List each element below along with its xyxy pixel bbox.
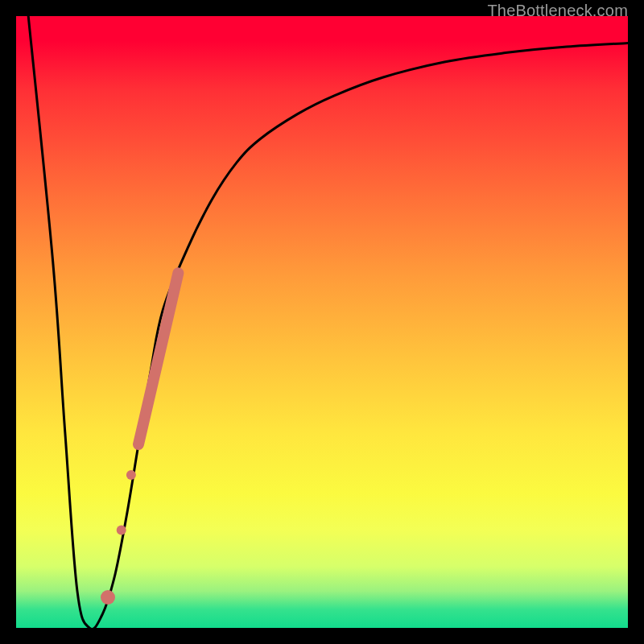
curve-layer: [16, 16, 628, 628]
highlight-markers: [101, 273, 178, 605]
highlight-dot-1: [126, 470, 136, 480]
plot-area: [16, 16, 628, 628]
highlight-dot-3: [101, 590, 115, 605]
highlight-dot-2: [117, 525, 126, 535]
chart-frame: TheBottleneck.com: [0, 0, 644, 644]
bottleneck-curve: [28, 16, 628, 630]
highlight-segment: [138, 273, 178, 444]
